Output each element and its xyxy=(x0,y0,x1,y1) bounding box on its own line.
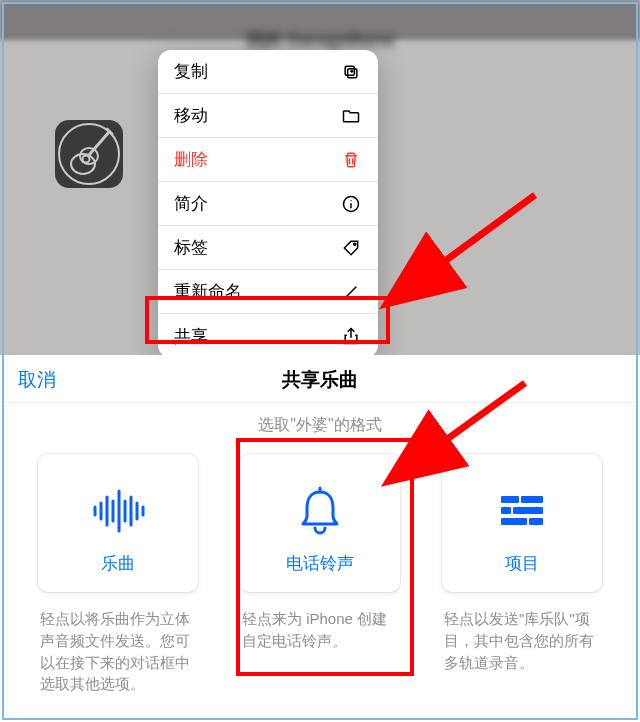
share-sheet-subtitle: 选取"外婆"的格式 xyxy=(0,415,640,436)
share-sheet-title: 共享乐曲 xyxy=(0,367,640,393)
menu-label: 共享 xyxy=(174,325,208,348)
menu-item-move[interactable]: 移动 xyxy=(158,94,378,138)
share-card-project[interactable]: 项目 xyxy=(442,454,602,592)
svg-line-16 xyxy=(346,287,356,297)
trash-icon xyxy=(340,149,362,171)
svg-line-4 xyxy=(89,132,109,155)
menu-item-rename[interactable]: 重新命名 xyxy=(158,270,378,314)
svg-point-14 xyxy=(350,200,351,201)
context-menu: 复制 移动 删除 简介 标签 xyxy=(158,50,378,355)
folder-icon xyxy=(340,105,362,127)
svg-rect-31 xyxy=(501,518,527,525)
share-option-song: 乐曲 轻点以将乐曲作为立体声音频文件发送。您可以在接下来的对话框中选取其他选项。 xyxy=(38,454,198,695)
share-card-song[interactable]: 乐曲 xyxy=(38,454,198,592)
tag-icon xyxy=(340,237,362,259)
svg-rect-32 xyxy=(529,518,543,525)
svg-rect-30 xyxy=(513,507,543,514)
card-description: 轻点以发送"库乐队"项目，其中包含您的所有多轨道录音。 xyxy=(442,608,602,673)
menu-item-info[interactable]: 简介 xyxy=(158,182,378,226)
share-icon xyxy=(340,325,362,347)
menu-label: 简介 xyxy=(174,192,208,215)
card-description: 轻点以将乐曲作为立体声音频文件发送。您可以在接下来的对话框中选取其他选项。 xyxy=(38,608,198,695)
menu-item-share[interactable]: 共享 xyxy=(158,314,378,355)
garageband-app-icon[interactable] xyxy=(55,120,123,188)
menu-item-delete[interactable]: 删除 xyxy=(158,138,378,182)
tracks-icon xyxy=(493,482,551,540)
card-label: 电话铃声 xyxy=(286,552,354,575)
page-title-blurred: 我的 GarageBand xyxy=(0,28,640,52)
share-card-ringtone[interactable]: 电话铃声 xyxy=(240,454,400,592)
menu-label: 删除 xyxy=(174,148,208,171)
menu-item-tags[interactable]: 标签 xyxy=(158,226,378,270)
copy-icon xyxy=(340,61,362,83)
menu-item-copy[interactable]: 复制 xyxy=(158,50,378,94)
waveform-icon xyxy=(89,482,147,540)
svg-point-15 xyxy=(354,243,356,245)
guitar-icon xyxy=(55,120,123,188)
svg-point-3 xyxy=(83,156,90,163)
svg-rect-29 xyxy=(501,507,511,514)
menu-label: 复制 xyxy=(174,60,208,83)
menu-label: 移动 xyxy=(174,104,208,127)
menu-label: 标签 xyxy=(174,236,208,259)
share-option-ringtone: 电话铃声 轻点来为 iPhone 创建自定电话铃声。 xyxy=(240,454,400,695)
card-label: 乐曲 xyxy=(101,552,135,575)
pencil-icon xyxy=(340,281,362,303)
share-sheet: 取消 共享乐曲 选取"外婆"的格式 xyxy=(0,355,640,722)
info-icon xyxy=(340,193,362,215)
svg-rect-28 xyxy=(521,496,543,503)
card-label: 项目 xyxy=(505,552,539,575)
bell-icon xyxy=(291,482,349,540)
background-dimmed-area: 我的 GarageBand 复制 移动 删除 xyxy=(0,0,640,355)
card-description: 轻点来为 iPhone 创建自定电话铃声。 xyxy=(240,608,400,652)
share-option-project: 项目 轻点以发送"库乐队"项目，其中包含您的所有多轨道录音。 xyxy=(442,454,602,695)
menu-label: 重新命名 xyxy=(174,280,242,303)
svg-rect-27 xyxy=(501,496,519,503)
